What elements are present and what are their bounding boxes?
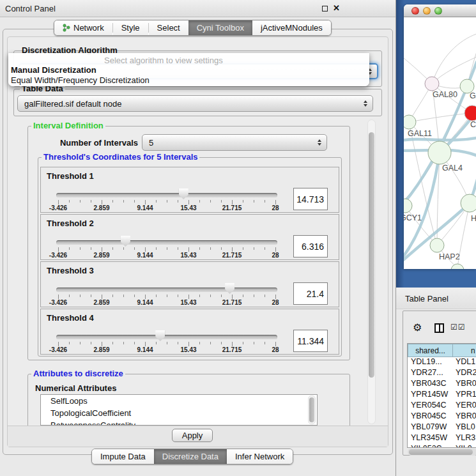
table-row[interactable]: YDL19...YDL1 [408, 357, 476, 368]
cyni-scrollbar[interactable] [367, 119, 376, 424]
table-row[interactable]: YBR043CYBR0 [408, 379, 476, 390]
slider-thumb[interactable] [179, 188, 188, 199]
table-cell[interactable]: YDL19... [408, 357, 453, 368]
tab-label: jActiveMNodules [261, 23, 323, 33]
table-cell[interactable]: YER054C [408, 401, 453, 411]
traffic-light-minimize-icon[interactable] [423, 7, 431, 15]
apply-button[interactable]: Apply [172, 429, 213, 442]
group-title-interval-definition: Interval Definition [31, 121, 105, 130]
tab-network[interactable]: Network [54, 20, 112, 35]
slider-thumb[interactable] [121, 236, 130, 247]
slider-track[interactable] [56, 240, 277, 245]
h-scrollbar[interactable] [408, 449, 476, 456]
tab-discretize-data[interactable]: Discretize Data [154, 449, 227, 464]
attribute-item[interactable]: SelfLoops [41, 395, 317, 407]
list-scrollbar[interactable] [308, 395, 316, 424]
table-row[interactable]: YBR045CYBR0 [408, 411, 476, 422]
numerical-attributes-list[interactable]: SelfLoopsTopologicalCoefficientBetweenne… [40, 394, 318, 426]
slider-track[interactable] [56, 193, 277, 197]
table-cell[interactable]: YPR145W [408, 390, 453, 401]
node-label: GAL80 [433, 90, 457, 99]
table-cell[interactable]: YBL079W [408, 422, 453, 433]
threshold-value-field[interactable]: 21.4 [293, 282, 328, 305]
table-cell[interactable]: YBR0 [453, 379, 476, 390]
table-cell[interactable]: YER0 [453, 401, 476, 411]
network-window: GAL80 GA C GAL11 GAL4 GCY1 H HAP2 [404, 4, 476, 269]
slider-track[interactable] [56, 288, 277, 292]
slider-tick-label: -3.426 [38, 346, 79, 353]
table-cell[interactable]: YIL052C [408, 444, 453, 448]
table-row[interactable]: YLR345WYLR3 [408, 433, 476, 444]
slider-tick [123, 295, 124, 297]
table-data-combobox[interactable]: galFiltered.sif default node [17, 95, 373, 112]
cyni-scrollbar-thumb[interactable] [369, 132, 374, 378]
tab-select[interactable]: Select [149, 20, 188, 35]
close-icon[interactable]: ✕ [333, 3, 340, 13]
list-scrollbar-thumb[interactable] [309, 397, 314, 422]
network-node[interactable] [428, 141, 451, 164]
slider-tick [265, 200, 265, 203]
network-node[interactable] [425, 77, 439, 91]
window-titlebar[interactable] [404, 4, 476, 17]
network-node[interactable] [451, 264, 464, 269]
table-row[interactable]: YPR145WYPR1 [408, 390, 476, 401]
threshold-box: Threshold 3 -3.4262.8599.14415.4321.7152… [40, 261, 339, 307]
network-graph: GAL80 GA C GAL11 GAL4 GCY1 H HAP2 [404, 17, 476, 269]
split-view-icon[interactable] [434, 323, 444, 333]
table-cell[interactable]: YDL1 [453, 357, 475, 368]
table-row[interactable]: YDR27...YDR2 [408, 368, 476, 379]
table-cell[interactable]: YLR345W [408, 433, 453, 444]
h-scrollbar-thumb[interactable] [409, 449, 473, 455]
table-cell[interactable]: YLR3 [453, 433, 475, 444]
gear-icon[interactable]: ⚙ [413, 321, 422, 334]
network-node[interactable] [430, 238, 444, 252]
traffic-light-close-icon[interactable] [411, 7, 419, 15]
tab-infer-network[interactable]: Infer Network [227, 449, 293, 464]
slider-tick [58, 200, 59, 204]
slider-thumb[interactable] [225, 283, 234, 294]
threshold-value-field[interactable]: 14.713 [293, 188, 328, 210]
float-window-icon[interactable] [322, 6, 328, 12]
slider-tick [58, 247, 59, 252]
threshold-value-field[interactable]: 6.316 [293, 235, 328, 257]
slider-tick [210, 200, 211, 203]
select-columns-icon[interactable]: ☑☑ [450, 323, 466, 332]
table-cell[interactable]: YDR2 [453, 368, 476, 379]
popup-prompt: Select algorithm to view settings [104, 56, 223, 65]
tab-style[interactable]: Style [113, 20, 148, 35]
column-header-shared[interactable]: shared... [408, 344, 453, 357]
table-cell[interactable]: YPR1 [453, 390, 476, 401]
network-node[interactable] [404, 199, 412, 213]
table-cell[interactable]: YBR0 [453, 411, 476, 422]
interval-count-combobox[interactable]: 5 [142, 134, 327, 151]
popup-option-manual-discretization[interactable]: Manual Discretization [11, 65, 96, 75]
popup-option-equal-width-frequency[interactable]: Equal Width/Frequency Discretization [11, 75, 150, 85]
tab-label: Discretize Data [162, 452, 219, 461]
tab-cyni-toolbox[interactable]: Cyni Toolbox [188, 20, 252, 35]
slider-tick [167, 342, 167, 344]
slider-tick [134, 247, 135, 250]
attribute-item[interactable]: TopologicalCoefficient [41, 407, 317, 419]
table-cell[interactable]: YDR27... [408, 368, 453, 379]
table-cell[interactable]: YBR045C [408, 411, 453, 422]
tab-jactivemnodules[interactable]: jActiveMNodules [252, 20, 331, 35]
column-header-name[interactable]: n [452, 344, 476, 357]
slider-thumb[interactable] [155, 330, 165, 341]
table-row[interactable]: YIL052CYIL0 [408, 444, 476, 448]
interval-count-label: Number of Intervals [37, 138, 138, 148]
table-row[interactable]: YER054CYER0 [408, 401, 476, 411]
table-row[interactable]: YBL079WYBL0 [408, 422, 476, 433]
table-cell[interactable]: YBL0 [453, 422, 475, 433]
table-cell[interactable]: YIL0 [453, 444, 472, 448]
slider-tick [199, 342, 200, 344]
tab-impute-data[interactable]: Impute Data [92, 449, 154, 464]
slider-track[interactable] [56, 335, 277, 339]
network-node[interactable] [461, 194, 476, 212]
traffic-light-zoom-icon[interactable] [434, 7, 442, 15]
network-node[interactable] [464, 105, 476, 121]
threshold-value-field[interactable]: 11.344 [293, 330, 328, 352]
network-node[interactable] [404, 115, 416, 129]
attribute-item[interactable]: BetweennessCentrality [41, 419, 317, 426]
slider-tick [254, 247, 254, 250]
table-cell[interactable]: YBR043C [408, 379, 453, 390]
